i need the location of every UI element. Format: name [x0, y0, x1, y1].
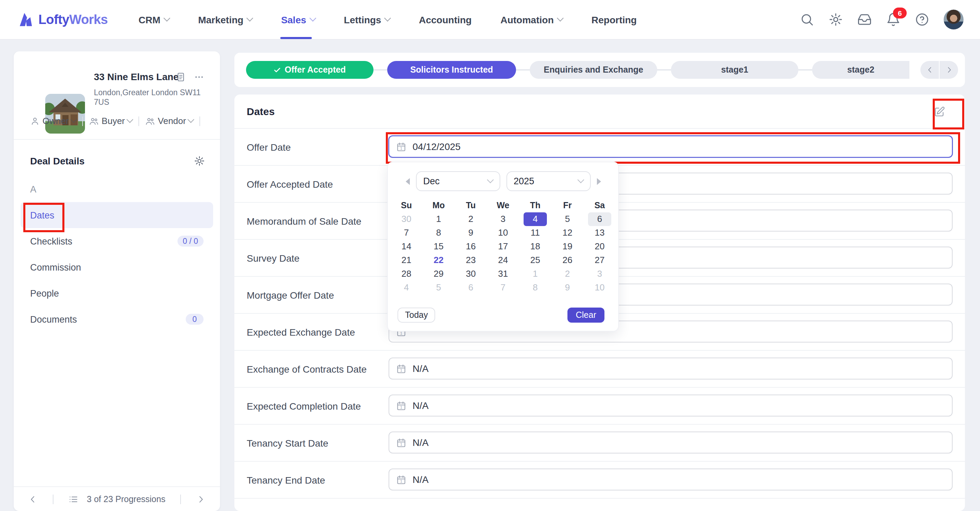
stage-pill-stage2[interactable]: stage2 — [812, 61, 909, 79]
nav-item-automation[interactable]: Automation — [486, 0, 577, 39]
date-input-offer-date[interactable]: 104/12/2025 — [388, 136, 953, 157]
month-select[interactable]: Dec — [416, 171, 500, 191]
date-input-exchange-of-contracts-date[interactable]: 1N/A — [388, 357, 953, 379]
calendar-day[interactable]: 7 — [487, 281, 519, 295]
calendar-day[interactable]: 9 — [455, 226, 487, 240]
user-avatar[interactable] — [944, 10, 964, 29]
nav-item-sales[interactable]: Sales — [267, 0, 329, 39]
previous-month-icon[interactable] — [406, 178, 409, 185]
progressions-list-icon[interactable] — [68, 495, 78, 504]
calendar-day[interactable]: 6 — [584, 212, 616, 226]
next-month-icon[interactable] — [597, 178, 601, 185]
deal-settings-gear-icon[interactable] — [194, 156, 205, 167]
calendar-day[interactable]: 21 — [390, 254, 423, 267]
calendar-day[interactable]: 3 — [487, 212, 519, 226]
notifications-bell-icon[interactable]: 6 — [886, 12, 900, 27]
stage-pill-enquiries-and-exchange[interactable]: Enquiries and Exchange — [530, 61, 657, 79]
nav-item-reporting[interactable]: Reporting — [577, 0, 651, 39]
calendar-day[interactable]: 13 — [584, 226, 616, 240]
help-icon[interactable] — [915, 12, 929, 27]
calendar-day[interactable]: 28 — [390, 267, 423, 281]
previous-progression-icon[interactable] — [28, 495, 37, 504]
date-input-expected-completion-date[interactable]: 1N/A — [388, 395, 953, 416]
sidebar-item-commission[interactable]: Commission — [21, 254, 213, 280]
calendar-day[interactable]: 6 — [455, 281, 487, 295]
calendar-day-number: 15 — [427, 240, 450, 254]
copy-details-icon[interactable] — [175, 72, 186, 82]
date-input-tenancy-start-date[interactable]: 1N/A — [388, 432, 953, 454]
settings-gear-icon[interactable] — [829, 12, 843, 27]
nav-item-lettings[interactable]: Lettings — [329, 0, 405, 39]
calendar-day[interactable]: 10 — [584, 281, 616, 295]
calendar-day[interactable]: 7 — [390, 226, 423, 240]
stage-scroll-right-button[interactable] — [940, 61, 958, 79]
calendar-day-number: 25 — [523, 254, 547, 267]
sidebar-item-documents[interactable]: Documents0 — [21, 306, 213, 332]
next-progression-icon[interactable] — [196, 495, 206, 504]
calendar-day[interactable]: 27 — [584, 254, 616, 267]
calendar-day-today[interactable]: 22 — [423, 254, 455, 267]
sidebar-item-people[interactable]: People — [21, 280, 213, 306]
weekday-label: Su — [390, 198, 423, 212]
contact-link-label: Vendor — [158, 116, 186, 126]
calendar-day[interactable]: 14 — [390, 240, 423, 254]
calendar-day[interactable]: 1 — [519, 267, 551, 281]
calendar-day[interactable]: 3 — [584, 267, 616, 281]
calendar-day[interactable]: 23 — [455, 254, 487, 267]
calendar-day[interactable]: 11 — [519, 226, 551, 240]
calendar-day[interactable]: 29 — [423, 267, 455, 281]
year-select[interactable]: 2025 — [506, 171, 590, 191]
calendar-day[interactable]: 1 — [423, 212, 455, 226]
nav-item-accounting[interactable]: Accounting — [404, 0, 486, 39]
date-input-value: N/A — [412, 474, 429, 485]
calendar-day[interactable]: 24 — [487, 254, 519, 267]
calendar-day[interactable]: 5 — [551, 212, 584, 226]
calendar-day[interactable]: 8 — [519, 281, 551, 295]
sidebar-item-label: Commission — [30, 262, 81, 272]
sidebar-item-a[interactable]: A — [21, 176, 213, 202]
contact-link-vendor[interactable]: Vendor — [146, 116, 194, 126]
contact-link-owner[interactable]: Owner — [30, 116, 76, 126]
sidebar-item-dates[interactable]: Dates — [21, 202, 213, 228]
stage-connector — [657, 69, 671, 71]
loftyworks-logo[interactable]: LoftyWorks — [18, 12, 108, 27]
stage-pill-offer-accepted[interactable]: Offer Accepted — [246, 61, 374, 79]
calendar-day[interactable]: 26 — [551, 254, 584, 267]
divider — [83, 116, 83, 126]
stage-pill-stage1[interactable]: stage1 — [671, 61, 799, 79]
calendar-day[interactable]: 18 — [519, 240, 551, 254]
calendar-day[interactable]: 25 — [519, 254, 551, 267]
calendar-day[interactable]: 16 — [455, 240, 487, 254]
calendar-day[interactable]: 19 — [551, 240, 584, 254]
more-options-icon[interactable] — [194, 72, 204, 82]
calendar-day-selected[interactable]: 4 — [519, 212, 551, 226]
calendar-day[interactable]: 17 — [487, 240, 519, 254]
calendar-day[interactable]: 9 — [551, 281, 584, 295]
calendar-day[interactable]: 15 — [423, 240, 455, 254]
calendar-day[interactable]: 10 — [487, 226, 519, 240]
calendar-day[interactable]: 30 — [455, 267, 487, 281]
nav-item-marketing[interactable]: Marketing — [184, 0, 267, 39]
calendar-day[interactable]: 5 — [423, 281, 455, 295]
calendar-day[interactable]: 20 — [584, 240, 616, 254]
search-icon[interactable] — [800, 12, 814, 27]
today-button[interactable]: Today — [398, 308, 436, 323]
sidebar-item-checklists[interactable]: Checklists0 / 0 — [21, 228, 213, 254]
nav-item-crm[interactable]: CRM — [124, 0, 184, 39]
stage-scroll-left-button[interactable] — [920, 61, 939, 79]
inbox-tray-icon[interactable] — [858, 12, 872, 27]
edit-dates-icon[interactable] — [934, 106, 945, 118]
nav-item-label: CRM — [138, 14, 161, 25]
stage-pill-solicitors-instructed[interactable]: Solicitors Instructed — [387, 61, 516, 79]
contact-link-buyer[interactable]: Buyer — [89, 116, 133, 126]
calendar-day[interactable]: 8 — [423, 226, 455, 240]
date-input-tenancy-end-date[interactable]: 1N/A — [388, 468, 953, 490]
property-photo[interactable] — [45, 94, 85, 133]
calendar-day[interactable]: 30 — [390, 212, 423, 226]
calendar-day[interactable]: 2 — [551, 267, 584, 281]
calendar-day[interactable]: 2 — [455, 212, 487, 226]
calendar-day[interactable]: 4 — [390, 281, 423, 295]
clear-button[interactable]: Clear — [568, 308, 605, 323]
calendar-day[interactable]: 12 — [551, 226, 584, 240]
calendar-day[interactable]: 31 — [487, 267, 519, 281]
